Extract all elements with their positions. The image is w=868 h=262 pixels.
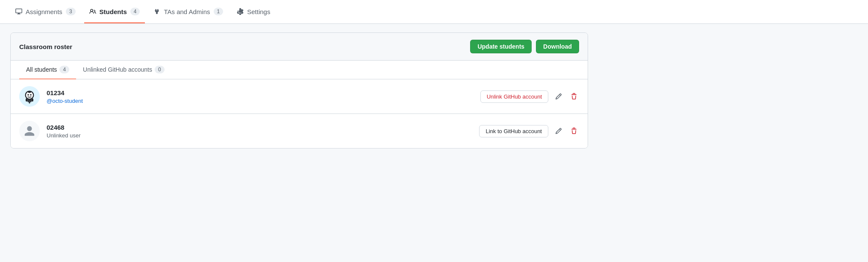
svg-rect-7: [32, 99, 34, 102]
gear-icon: [237, 8, 244, 15]
student-info: 02468 Unlinked user: [47, 124, 472, 139]
download-button[interactable]: Download: [536, 40, 579, 53]
tab-all-students-badge: 4: [59, 66, 69, 73]
tab-unlinked-label: Unlinked GitHub accounts: [83, 66, 152, 73]
student-name: 01234: [47, 89, 474, 96]
svg-point-4: [30, 94, 32, 96]
edit-student-button[interactable]: [553, 126, 564, 136]
svg-rect-8: [28, 99, 29, 102]
students-icon: [89, 8, 96, 15]
student-github-link[interactable]: @octo-student: [47, 98, 83, 104]
nav-item-settings[interactable]: Settings: [232, 1, 275, 23]
svg-rect-6: [26, 99, 28, 102]
nav-label-settings: Settings: [247, 8, 270, 15]
pencil-icon: [555, 93, 562, 100]
card-header: Classroom roster Update students Downloa…: [11, 33, 588, 61]
nav-label-assignments: Assignments: [26, 8, 62, 15]
tab-all-students[interactable]: All students 4: [19, 61, 76, 79]
tab-unlinked-badge: 0: [155, 66, 165, 73]
delete-student-button[interactable]: [569, 126, 579, 136]
avatar: [19, 86, 40, 107]
link-github-button[interactable]: Link to GitHub account: [479, 125, 548, 137]
delete-student-button[interactable]: [569, 91, 579, 102]
svg-point-5: [28, 91, 31, 93]
student-unlinked-label: Unlinked user: [47, 132, 81, 139]
nav-item-tas-admins[interactable]: TAs and Admins 1: [148, 1, 228, 23]
student-tabs: All students 4 Unlinked GitHub accounts …: [11, 61, 588, 79]
unlink-github-button[interactable]: Unlink GitHub account: [480, 90, 548, 103]
update-students-button[interactable]: Update students: [470, 40, 532, 53]
trash-icon: [571, 128, 577, 134]
nav-badge-tas-admins: 1: [214, 8, 224, 15]
trash-icon: [571, 93, 577, 100]
nav-label-students: Students: [100, 8, 127, 15]
nav-bar: Assignments 3 Students 4 TAs and Admins …: [0, 0, 868, 24]
edit-student-button[interactable]: [553, 91, 564, 102]
table-row: 02468 Unlinked user Link to GitHub accou…: [11, 114, 588, 148]
row-actions: Unlink GitHub account: [480, 90, 579, 103]
nav-label-tas-admins: TAs and Admins: [164, 8, 210, 15]
student-info: 01234 @octo-student: [47, 89, 474, 104]
student-name: 02468: [47, 124, 472, 131]
svg-rect-10: [29, 99, 30, 104]
card-title: Classroom roster: [19, 43, 72, 50]
monitor-icon: [15, 8, 22, 15]
nav-item-assignments[interactable]: Assignments 3: [10, 1, 81, 23]
main-content: Classroom roster Update students Downloa…: [0, 24, 598, 157]
nav-badge-students: 4: [130, 8, 140, 15]
avatar: [19, 121, 40, 141]
classroom-roster-card: Classroom roster Update students Downloa…: [10, 32, 588, 148]
student-list: 01234 @octo-student Unlink GitHub accoun…: [11, 79, 588, 148]
nav-badge-assignments: 3: [66, 8, 76, 15]
table-row: 01234 @octo-student Unlink GitHub accoun…: [11, 79, 588, 114]
person-icon: [24, 125, 35, 137]
nav-item-students[interactable]: Students 4: [84, 1, 145, 23]
pencil-icon: [555, 128, 562, 134]
svg-point-3: [27, 94, 29, 96]
card-actions: Update students Download: [470, 40, 579, 53]
tab-unlinked[interactable]: Unlinked GitHub accounts 0: [76, 61, 171, 79]
tool-icon: [153, 8, 160, 15]
row-actions: Link to GitHub account: [479, 125, 579, 137]
svg-rect-9: [30, 99, 32, 102]
tab-all-students-label: All students: [26, 66, 57, 73]
